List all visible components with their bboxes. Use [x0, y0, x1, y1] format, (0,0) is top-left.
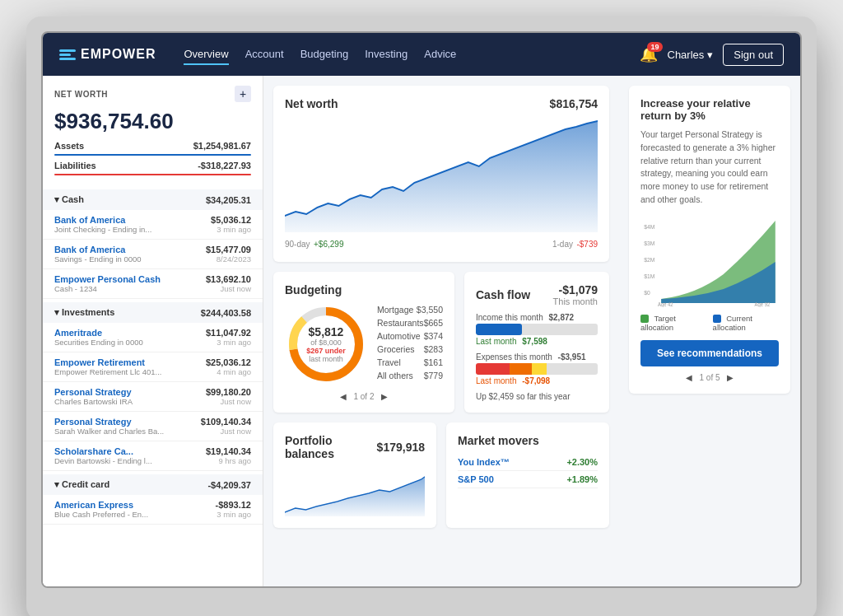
budget-pagination: ◀ 1 of 2 ▶ [285, 392, 443, 401]
cashflow-card: Cash flow -$1,079 This month Income this… [464, 272, 609, 413]
logo-text: EMPOWER [81, 47, 156, 62]
market-movers-card: Market movers You Index™ +2.30% S&P 500 … [446, 422, 609, 528]
laptop-screen: EMPOWER Overview Account Budgeting Inves… [41, 31, 802, 588]
logo-icon [59, 49, 76, 60]
see-recommendations-button[interactable]: See recommendations [640, 340, 779, 366]
credit-card-section-amount: -$4,209.37 [207, 480, 251, 490]
budget-all-others: All others $779 [377, 369, 443, 382]
assets-row: Assets $1,254,981.67 [54, 141, 251, 151]
net-worth-rows: Assets $1,254,981.67 Liabilities -$318,2… [43, 141, 263, 186]
user-menu[interactable]: Charles ▾ [668, 49, 714, 61]
logo: EMPOWER [59, 47, 156, 62]
chart-period-90: 90-day +$6,299 [285, 236, 343, 250]
sidebar: NET WORTH + $936,754.60 Assets $1,254,98… [43, 76, 263, 586]
right-panel-pagination: ◀ 1 of 5 ▶ [640, 373, 779, 382]
allocation-chart: $4M $3M $2M $1M $0 Age 42 Age 92 [640, 217, 779, 307]
budget-next-button[interactable]: ▶ [381, 392, 388, 401]
right-prev-button[interactable]: ◀ [686, 373, 692, 382]
cash-section-amount: $34,205.31 [206, 195, 251, 205]
nav-investing[interactable]: Investing [365, 44, 408, 65]
budgeting-content: $5,812 of $8,000 $267 under last month M… [285, 303, 443, 385]
income-last-month: Last month $7,598 [476, 337, 598, 346]
portfolio-value: $179,918 [377, 441, 425, 454]
account-boa-checking[interactable]: Bank of America $5,036.12 Joint Checking… [43, 210, 263, 240]
logo-line-3 [59, 58, 76, 60]
expenses-bar-multi [476, 363, 598, 375]
portfolio-card: Portfolio balances $179,918 [273, 422, 436, 528]
expenses-bar-gray [547, 363, 598, 375]
donut-sub: last month [306, 355, 346, 363]
liabilities-bar [54, 174, 251, 175]
expenses-bar-yellow [532, 363, 547, 375]
cash-section: ▾ Cash $34,205.31 Bank of America $5,036… [43, 189, 263, 299]
budget-automotive: Automotive $374 [377, 329, 443, 343]
nav-account[interactable]: Account [245, 44, 284, 65]
portfolio-title: Portfolio balances [285, 434, 377, 460]
net-worth-card: Net worth $816,754 [273, 86, 609, 262]
mover-sp500[interactable]: S&P 500 +1.89% [458, 471, 598, 488]
account-ameritrade[interactable]: Ameritrade $11,047.92 Securities Ending … [43, 323, 263, 352]
market-movers-title: Market movers [458, 434, 539, 447]
middle-row: Budgeting $5,812 [273, 272, 609, 413]
signout-button[interactable]: Sign out [723, 44, 784, 66]
account-boa-savings[interactable]: Bank of America $15,477.09 Savings - End… [43, 240, 263, 269]
mover-you-index[interactable]: You Index™ +2.30% [458, 454, 598, 471]
budget-restaurants: Restaurants $665 [377, 316, 443, 329]
budget-travel: Travel $161 [377, 356, 443, 369]
right-next-button[interactable]: ▶ [727, 373, 734, 382]
credit-card-section: ▾ Credit card -$4,209.37 American Expres… [43, 474, 263, 525]
nav-advice[interactable]: Advice [424, 44, 456, 65]
credit-card-section-header[interactable]: ▾ Credit card -$4,209.37 [43, 474, 263, 495]
right-panel: Increase your relative return by 3% Your… [619, 76, 800, 586]
account-personal-strategy-sarah[interactable]: Personal Strategy $109,140.34 Sarah Walk… [43, 412, 263, 441]
net-worth-value: $936,754.60 [43, 105, 263, 141]
svg-text:Age 42: Age 42 [658, 301, 673, 306]
expenses-label: Expenses this month -$3,951 [476, 352, 598, 362]
budgeting-title: Budgeting [285, 283, 342, 296]
budget-page-info: 1 of 2 [353, 392, 374, 401]
net-worth-label: NET WORTH [54, 90, 108, 99]
increase-card: Increase your relative return by 3% Your… [629, 86, 790, 394]
assets-value: $1,254,981.67 [193, 141, 251, 151]
assets-label: Assets [54, 141, 84, 151]
cashflow-title: Cash flow [476, 288, 530, 301]
portfolio-chart[interactable] [285, 467, 425, 516]
liabilities-label: Liabilities [54, 161, 96, 170]
expenses-row: Expenses this month -$3,951 Last month [476, 352, 598, 385]
chart-period-1: 1-day -$739 [552, 236, 598, 250]
investments-toggle-icon: ▾ [54, 307, 62, 317]
legend-current: Current allocation [713, 314, 779, 332]
net-worth-chart[interactable] [285, 117, 598, 232]
account-scholarshare[interactable]: Scholarshare Ca... $19,140.34 Devin Bart… [43, 441, 263, 471]
main-content: Net worth $816,754 [263, 76, 619, 586]
target-dot [640, 315, 649, 323]
svg-text:$4M: $4M [644, 222, 654, 231]
budgeting-card: Budgeting $5,812 [273, 272, 454, 413]
cash-section-label: ▾ Cash [54, 194, 84, 205]
liabilities-row: Liabilities -$318,227.93 [54, 161, 251, 170]
account-amex[interactable]: American Express -$893.12 Blue Cash Pref… [43, 495, 263, 525]
expenses-last-month: Last month -$7,098 [476, 376, 598, 385]
logo-line-1 [59, 49, 76, 52]
net-worth-card-title: Net worth [285, 97, 338, 110]
investments-section-header[interactable]: ▾ Investments $244,403.58 [43, 302, 263, 323]
income-bar-track [476, 324, 598, 335]
cash-section-header[interactable]: ▾ Cash $34,205.31 [43, 189, 263, 210]
account-personal-strategy-charles[interactable]: Personal Strategy $99,180.20 Charles Bar… [43, 382, 263, 412]
income-label: Income this month $2,872 [476, 313, 598, 322]
credit-toggle-icon: ▾ [54, 479, 62, 489]
svg-text:$2M: $2M [644, 255, 654, 264]
account-empower-cash[interactable]: Empower Personal Cash $13,692.10 Cash - … [43, 269, 263, 299]
year-note: Up $2,459 so far this year [476, 392, 598, 401]
nav-overview[interactable]: Overview [184, 44, 228, 65]
budget-mortgage: Mortgage $3,550 [377, 303, 443, 316]
budget-prev-button[interactable]: ◀ [340, 392, 347, 401]
investments-section: ▾ Investments $244,403.58 Ameritrade $11… [43, 302, 263, 471]
nav-budgeting[interactable]: Budgeting [300, 44, 349, 65]
account-empower-retirement[interactable]: Empower Retirement $25,036.12 Empower Re… [43, 352, 263, 382]
add-account-button[interactable]: + [235, 86, 251, 102]
bell-badge: 19 [647, 42, 662, 52]
bell-icon[interactable]: 🔔 19 [640, 45, 658, 63]
user-name: Charles [668, 49, 705, 61]
cash-toggle-icon: ▾ [54, 194, 62, 204]
